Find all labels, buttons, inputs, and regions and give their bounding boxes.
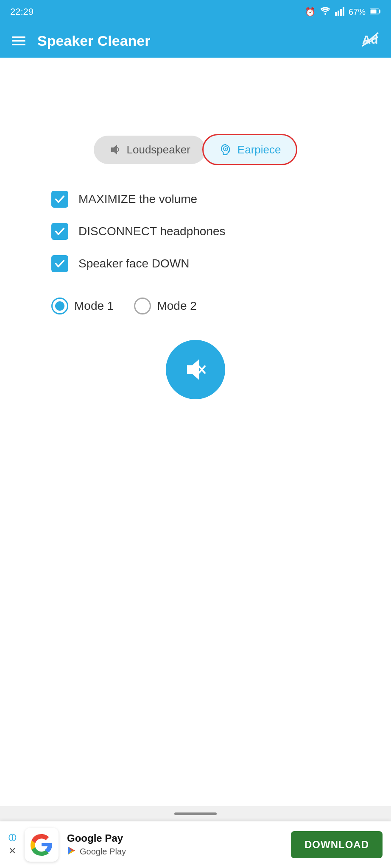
option-maximize-volume[interactable]: MAXIMIZE the volume	[51, 191, 340, 208]
loudspeaker-button[interactable]: Loudspeaker	[94, 136, 206, 164]
svg-rect-3	[340, 9, 342, 16]
speaker-face-down-label: Speaker face DOWN	[78, 257, 189, 270]
status-time: 22:29	[10, 6, 34, 17]
nav-bar	[0, 806, 391, 821]
radio-mode1[interactable]: Mode 1	[51, 298, 114, 314]
status-icons: ⏰ 67%	[305, 6, 381, 18]
svg-rect-4	[343, 7, 344, 16]
menu-button[interactable]	[12, 36, 25, 45]
battery-icon	[370, 7, 381, 17]
options-list: MAXIMIZE the volume DISCONNECT headphone…	[51, 191, 340, 272]
clean-play-button[interactable]	[166, 340, 225, 399]
ads-off-button[interactable]: Ad	[361, 32, 379, 50]
ad-text: Google Pay Google Play	[67, 832, 282, 857]
loudspeaker-label: Loudspeaker	[127, 143, 190, 156]
app-bar: Speaker Cleaner Ad	[0, 24, 391, 58]
checkbox-speaker-face-down[interactable]	[51, 255, 68, 272]
ad-banner: ⓘ ✕ Google Pay Google Play DOWNLO	[0, 821, 391, 868]
svg-rect-7	[371, 9, 377, 13]
mode-toggle: Loudspeaker Earpiece	[94, 134, 298, 165]
app-bar-left: Speaker Cleaner	[12, 33, 151, 49]
status-bar: 22:29 ⏰ 67%	[0, 0, 391, 24]
ad-app-name: Google Pay	[67, 832, 282, 844]
ad-logo	[25, 828, 59, 862]
battery-text: 67%	[349, 7, 366, 17]
alarm-icon: ⏰	[305, 7, 316, 17]
svg-rect-2	[338, 11, 339, 16]
ad-close-area: ⓘ ✕	[8, 833, 16, 857]
svg-point-0	[324, 13, 326, 15]
radio-inner-mode1	[55, 301, 64, 311]
checkbox-maximize-volume[interactable]	[51, 191, 68, 208]
ad-close-button[interactable]: ✕	[8, 846, 16, 857]
gplay-icon	[67, 846, 76, 857]
maximize-volume-label: MAXIMIZE the volume	[78, 192, 197, 206]
download-button[interactable]: DOWNLOAD	[291, 831, 383, 858]
svg-rect-6	[379, 10, 380, 13]
signal-icon	[335, 6, 344, 18]
radio-mode2[interactable]: Mode 2	[134, 298, 196, 314]
disconnect-headphones-label: DISCONNECT headphones	[78, 225, 226, 238]
radio-group: Mode 1 Mode 2	[51, 298, 340, 314]
ad-info-icon[interactable]: ⓘ	[8, 833, 16, 843]
ad-store-name: Google Play	[80, 847, 126, 857]
radio-outer-mode1[interactable]	[51, 298, 68, 314]
main-content: Loudspeaker Earpiece MAXIMIZE the volume	[0, 58, 391, 821]
mode2-label: Mode 2	[157, 299, 196, 313]
option-speaker-face-down[interactable]: Speaker face DOWN	[51, 255, 340, 272]
svg-point-11	[225, 148, 226, 150]
mode1-label: Mode 1	[74, 299, 114, 313]
svg-rect-1	[335, 12, 337, 16]
app-title: Speaker Cleaner	[37, 33, 151, 49]
option-disconnect-headphones[interactable]: DISCONNECT headphones	[51, 223, 340, 240]
ad-store-info: Google Play	[67, 846, 282, 857]
wifi-icon	[320, 6, 331, 18]
earpiece-label: Earpiece	[237, 143, 281, 156]
earpiece-button[interactable]: Earpiece	[202, 134, 298, 165]
checkbox-disconnect-headphones[interactable]	[51, 223, 68, 240]
radio-outer-mode2[interactable]	[134, 298, 151, 314]
nav-indicator	[174, 812, 217, 815]
